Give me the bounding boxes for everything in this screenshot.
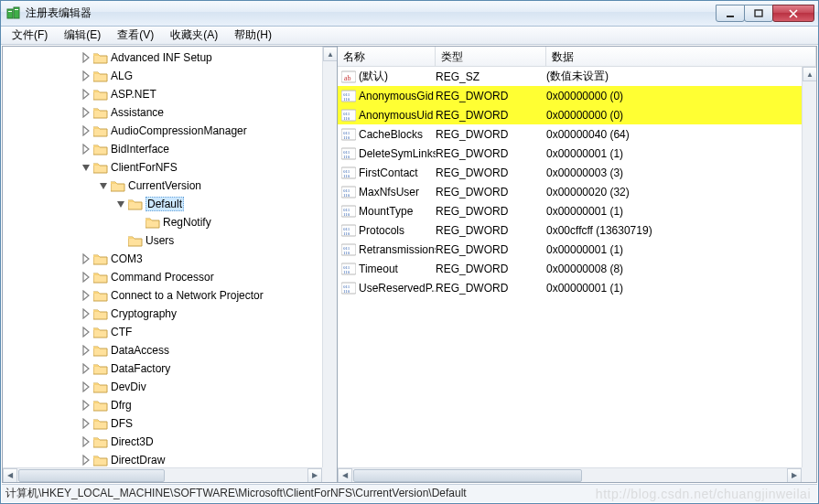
expander-open-icon[interactable]	[80, 161, 92, 174]
value-type: REG_DWORD	[436, 186, 546, 198]
tree-item[interactable]: BidInterface	[3, 140, 322, 158]
tree-item[interactable]: COM3	[3, 250, 322, 268]
tree-item[interactable]: Assistance	[3, 103, 322, 122]
value-name: MountType	[359, 205, 413, 218]
scroll-up-icon[interactable]: ▲	[323, 47, 338, 61]
tree-item[interactable]: CTF	[3, 323, 322, 341]
minimize-button[interactable]	[716, 5, 745, 22]
tree-item[interactable]: DataFactory	[3, 359, 322, 378]
values-list[interactable]: (默认)REG_SZ(数值未设置)AnonymousGidREG_DWORD0x…	[338, 67, 802, 467]
list-row[interactable]: TimeoutREG_DWORD0x00000008 (8)	[338, 259, 802, 278]
regvalue-dword-icon	[341, 223, 356, 238]
list-row[interactable]: AnonymousUidREG_DWORD0x00000000 (0)	[338, 105, 802, 124]
tree-item-label: DirectDraw	[111, 454, 165, 466]
list-row[interactable]: ProtocolsREG_DWORD0x00cffcff (13630719)	[338, 220, 802, 240]
tree-item[interactable]: Users	[3, 231, 322, 250]
tree-item[interactable]: DataAccess	[3, 341, 322, 359]
list-vertical-scrollbar[interactable]: ▲	[802, 67, 816, 467]
close-button[interactable]	[772, 5, 814, 22]
tree-item[interactable]: Direct3D	[3, 433, 322, 451]
menu-help[interactable]: 帮助(H)	[227, 27, 279, 44]
regvalue-dword-icon	[341, 166, 356, 180]
tree-item[interactable]: Dfrg	[3, 396, 322, 414]
expander-closed-icon[interactable]	[80, 51, 92, 64]
tree-item-label: BidInterface	[111, 143, 169, 155]
registry-tree[interactable]: Advanced INF SetupALGASP.NETAssistanceAu…	[3, 47, 322, 467]
tree-vertical-scrollbar[interactable]: ▲	[322, 47, 337, 467]
expander-closed-icon[interactable]	[80, 399, 92, 412]
tree-item[interactable]: AudioCompressionManager	[3, 122, 322, 140]
column-header-type[interactable]: 类型	[436, 47, 546, 66]
expander-closed-icon[interactable]	[80, 362, 92, 375]
list-row[interactable]: AnonymousGidREG_DWORD0x00000000 (0)	[338, 86, 802, 105]
tree-item-label: Connect to a Network Projector	[111, 289, 264, 302]
value-data: 0x00000003 (3)	[546, 166, 802, 179]
column-header-data[interactable]: 数据	[546, 47, 816, 66]
tree-item[interactable]: Cryptography	[3, 305, 322, 323]
expander-closed-icon[interactable]	[80, 88, 92, 101]
tree-item[interactable]: Advanced INF Setup	[3, 48, 322, 67]
list-row[interactable]: FirstContactREG_DWORD0x00000003 (3)	[338, 163, 802, 182]
expander-closed-icon[interactable]	[80, 435, 92, 448]
value-data: 0x00000001 (1)	[546, 282, 802, 295]
list-row[interactable]: UseReservedP...REG_DWORD0x00000001 (1)	[338, 278, 802, 297]
list-row[interactable]: MountTypeREG_DWORD0x00000001 (1)	[338, 201, 802, 220]
tree-horizontal-scrollbar[interactable]: ◀ ▶	[3, 467, 322, 482]
list-row[interactable]: CacheBlocksREG_DWORD0x00000040 (64)	[338, 124, 802, 144]
tree-item[interactable]: ClientForNFS	[3, 158, 322, 177]
expander-closed-icon[interactable]	[80, 252, 92, 265]
regvalue-dword-icon	[341, 204, 356, 219]
expander-closed-icon[interactable]	[80, 381, 92, 393]
list-row[interactable]: DeleteSymLinksREG_DWORD0x00000001 (1)	[338, 144, 802, 163]
tree-item[interactable]: ASP.NET	[3, 85, 322, 103]
expander-closed-icon[interactable]	[80, 124, 92, 137]
value-type: REG_DWORD	[436, 205, 546, 218]
menu-file[interactable]: 文件(F)	[5, 27, 55, 44]
expander-open-icon[interactable]	[97, 179, 110, 192]
expander-open-icon[interactable]	[114, 198, 127, 210]
folder-icon	[93, 454, 108, 466]
tree-item[interactable]: ALG	[3, 67, 322, 85]
expander-closed-icon[interactable]	[80, 454, 92, 466]
list-row[interactable]: (默认)REG_SZ(数值未设置)	[338, 67, 802, 86]
tree-item[interactable]: Connect to a Network Projector	[3, 286, 322, 305]
scroll-left-icon[interactable]: ◀	[338, 468, 352, 483]
expander-closed-icon[interactable]	[80, 326, 92, 338]
regvalue-dword-icon	[341, 185, 356, 199]
tree-item[interactable]: Command Processor	[3, 268, 322, 286]
list-horizontal-scrollbar[interactable]: ◀ ▶	[338, 467, 802, 482]
value-type: REG_DWORD	[436, 243, 546, 256]
expander-closed-icon[interactable]	[80, 417, 92, 430]
tree-item[interactable]: DevDiv	[3, 378, 322, 396]
tree-item[interactable]: Default	[3, 195, 322, 213]
scroll-right-icon[interactable]: ▶	[787, 468, 802, 483]
expander-closed-icon[interactable]	[80, 344, 92, 357]
value-type: REG_DWORD	[436, 90, 546, 102]
list-row[interactable]: RetransmissionsREG_DWORD0x00000001 (1)	[338, 240, 802, 259]
column-header-name[interactable]: 名称	[338, 47, 436, 66]
expander-closed-icon[interactable]	[80, 106, 92, 119]
menu-edit[interactable]: 编辑(E)	[57, 27, 108, 44]
expander-closed-icon[interactable]	[80, 307, 92, 320]
maximize-button[interactable]	[744, 5, 773, 22]
tree-item-label: DFS	[111, 417, 133, 430]
tree-item[interactable]: DirectDraw	[3, 451, 322, 467]
scroll-up-icon[interactable]: ▲	[803, 67, 816, 81]
scroll-left-icon[interactable]: ◀	[3, 468, 17, 483]
menu-view[interactable]: 查看(V)	[110, 27, 161, 44]
menu-favorites[interactable]: 收藏夹(A)	[163, 27, 225, 44]
folder-icon	[128, 198, 143, 210]
tree-item-label: ALG	[111, 70, 133, 82]
scroll-right-icon[interactable]: ▶	[307, 468, 322, 483]
tree-item[interactable]: CurrentVersion	[3, 177, 322, 195]
folder-icon	[93, 161, 108, 174]
value-name: FirstContact	[359, 166, 418, 179]
scroll-corner	[802, 467, 816, 482]
list-row[interactable]: MaxNfsUserREG_DWORD0x00000020 (32)	[338, 182, 802, 201]
expander-closed-icon[interactable]	[80, 70, 92, 82]
expander-closed-icon[interactable]	[80, 143, 92, 155]
tree-item[interactable]: DFS	[3, 414, 322, 433]
tree-item[interactable]: RegNotify	[3, 213, 322, 231]
expander-closed-icon[interactable]	[80, 271, 92, 284]
expander-closed-icon[interactable]	[80, 289, 92, 302]
